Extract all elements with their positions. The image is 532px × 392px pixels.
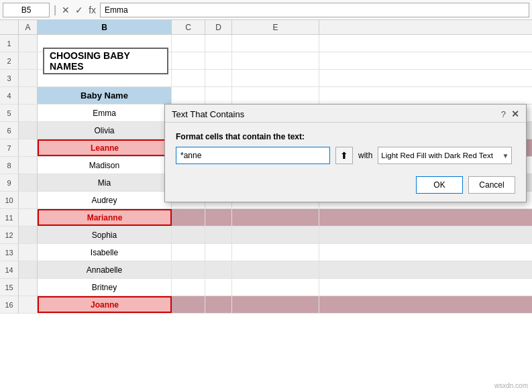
cancel-formula-icon[interactable]: ✕: [60, 5, 71, 15]
cell-d12[interactable]: [205, 226, 232, 243]
cell-e15[interactable]: [232, 279, 319, 296]
cell-a16[interactable]: [19, 296, 38, 313]
cell-b12[interactable]: Sophia: [38, 226, 172, 243]
cell-e14[interactable]: [232, 261, 319, 278]
column-headers: A B C D E: [0, 20, 532, 35]
cell-a11[interactable]: [19, 209, 38, 226]
cell-c13[interactable]: [172, 244, 205, 261]
cell-b16-joanne[interactable]: Joanne: [38, 296, 172, 313]
dialog-buttons: OK Cancel: [176, 174, 515, 194]
cell-e1[interactable]: [232, 35, 319, 52]
dialog-body: Format cells that contain the text: ⬆ wi…: [165, 123, 526, 202]
cell-a12[interactable]: [19, 226, 38, 243]
cell-d2[interactable]: [205, 52, 232, 69]
cell-c16[interactable]: [172, 296, 205, 313]
row-number: 6: [0, 122, 19, 139]
dialog-with-label: with: [358, 151, 372, 160]
cell-a1[interactable]: [19, 35, 38, 52]
cell-b14[interactable]: Annabelle: [38, 261, 172, 278]
cell-c1[interactable]: [172, 35, 205, 52]
row-number: 14: [0, 261, 19, 278]
dialog-titlebar: Text That Contains ? ✕: [165, 105, 526, 123]
cell-d16[interactable]: [205, 296, 232, 313]
cell-b7-leanne[interactable]: Leanne: [38, 139, 172, 156]
col-header-a[interactable]: A: [19, 20, 38, 34]
cell-e13[interactable]: [232, 244, 319, 261]
col-header-e[interactable]: E: [232, 20, 319, 34]
cell-d1[interactable]: [205, 35, 232, 52]
text-contains-dialog: Text That Contains ? ✕ Format cells that…: [164, 104, 527, 202]
cell-a14[interactable]: [19, 261, 38, 278]
dialog-dropdown-value: Light Red Fill with Dark Red Text: [381, 151, 493, 159]
dialog-text-input[interactable]: [176, 147, 330, 164]
cell-d13[interactable]: [205, 244, 232, 261]
cell-a5[interactable]: [19, 105, 38, 121]
cell-b3[interactable]: [38, 70, 172, 86]
formula-separator: |: [52, 4, 58, 16]
dialog-help-icon[interactable]: ?: [501, 109, 506, 119]
cell-b13[interactable]: Isabelle: [38, 244, 172, 261]
confirm-formula-icon[interactable]: ✓: [74, 5, 85, 15]
cell-a2[interactable]: [19, 52, 38, 69]
table-row: 12 Sophia: [0, 226, 532, 244]
cell-b15[interactable]: Britney: [38, 279, 172, 296]
cell-b11-marianne[interactable]: Marianne: [38, 209, 172, 226]
dialog-format-dropdown[interactable]: Light Red Fill with Dark Red Text ▼: [378, 147, 512, 164]
col-header-d[interactable]: D: [205, 20, 232, 34]
dialog-instruction-label: Format cells that contain the text:: [176, 132, 515, 141]
cell-c2[interactable]: [172, 52, 205, 69]
cell-e4[interactable]: [232, 87, 319, 104]
col-header-b[interactable]: B: [38, 20, 172, 34]
dialog-title: Text That Contains: [172, 109, 244, 119]
cell-b10[interactable]: Audrey: [38, 192, 172, 208]
cell-c3[interactable]: [172, 70, 205, 86]
table-row: 3: [0, 70, 532, 87]
cell-a3[interactable]: [19, 70, 38, 86]
cell-a13[interactable]: [19, 244, 38, 261]
cell-c11[interactable]: [172, 209, 205, 226]
cell-b2-title[interactable]: CHOOSING BABY NAMES: [38, 52, 172, 69]
cell-b8[interactable]: Madison: [38, 157, 172, 174]
formula-input[interactable]: [100, 3, 529, 17]
fx-icon: fx: [87, 5, 97, 15]
cell-a4[interactable]: [19, 87, 38, 104]
cell-e11[interactable]: [232, 209, 319, 226]
cell-a6[interactable]: [19, 122, 38, 139]
cell-e12[interactable]: [232, 226, 319, 243]
formula-icons: ✕ ✓ fx: [60, 5, 97, 15]
row-number: 3: [0, 70, 19, 86]
cell-c4[interactable]: [172, 87, 205, 104]
cell-a9[interactable]: [19, 174, 38, 191]
cell-b5[interactable]: Emma: [38, 105, 172, 121]
cell-a7[interactable]: [19, 139, 38, 156]
cell-e2[interactable]: [232, 52, 319, 69]
cell-d14[interactable]: [205, 261, 232, 278]
cell-b4-header[interactable]: Baby Name: [38, 87, 172, 104]
cell-b6[interactable]: Olivia: [38, 122, 172, 139]
cell-e3[interactable]: [232, 70, 319, 86]
table-row: 13 Isabelle: [0, 244, 532, 261]
cell-c15[interactable]: [172, 279, 205, 296]
cell-a10[interactable]: [19, 192, 38, 208]
ok-button[interactable]: OK: [416, 176, 463, 194]
row-number: 4: [0, 87, 19, 104]
cell-d4[interactable]: [205, 87, 232, 104]
cell-c14[interactable]: [172, 261, 205, 278]
cell-d11[interactable]: [205, 209, 232, 226]
cell-d3[interactable]: [205, 70, 232, 86]
cancel-button[interactable]: Cancel: [468, 176, 515, 194]
cell-b9[interactable]: Mia: [38, 174, 172, 191]
formula-bar: B5 | ✕ ✓ fx: [0, 0, 532, 20]
cell-a8[interactable]: [19, 157, 38, 174]
dialog-close-icon[interactable]: ✕: [511, 109, 519, 119]
dialog-upload-button[interactable]: ⬆: [335, 147, 353, 164]
cell-reference-input[interactable]: B5: [3, 3, 50, 17]
cell-a15[interactable]: [19, 279, 38, 296]
cell-d15[interactable]: [205, 279, 232, 296]
row-number: 11: [0, 209, 19, 226]
cell-c12[interactable]: [172, 226, 205, 243]
col-header-c[interactable]: C: [172, 20, 205, 34]
cell-e16[interactable]: [232, 296, 319, 313]
chevron-down-icon: ▼: [502, 152, 509, 159]
watermark: wsxdn.com: [494, 382, 528, 389]
